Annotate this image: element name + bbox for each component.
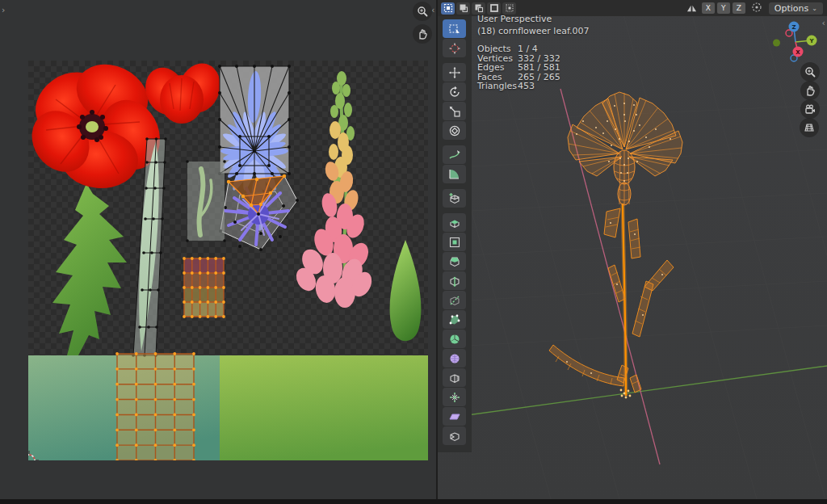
- pan-hand-icon[interactable]: [413, 24, 432, 44]
- options-button[interactable]: Options ⌄: [769, 2, 823, 15]
- zoom-icon[interactable]: [413, 2, 432, 21]
- mirror-z-button[interactable]: Z: [733, 2, 745, 14]
- tool-add-cube[interactable]: [443, 189, 466, 208]
- scene-statistics: Objects1 / 4 Vertices332 / 332 Edges581 …: [477, 44, 590, 91]
- tool-shear[interactable]: [443, 407, 466, 426]
- mirror-y-button[interactable]: Y: [717, 2, 730, 14]
- stat-label: Triangles: [477, 82, 518, 91]
- active-object-label: (18) cornfloweer leaf.007: [477, 25, 590, 37]
- tool-extrude-region[interactable]: [443, 213, 466, 232]
- navigation-gizmo[interactable]: Z Y X: [773, 19, 818, 65]
- tool-rip-region[interactable]: [443, 426, 466, 445]
- tool-scale[interactable]: [443, 102, 466, 120]
- proportional-editing-icon[interactable]: [751, 1, 762, 16]
- tool-knife[interactable]: [443, 291, 466, 309]
- texture-atlas: [28, 61, 428, 460]
- foxglove: [292, 71, 376, 308]
- tool-move[interactable]: [443, 63, 466, 82]
- leaf-strip-uv: [132, 137, 167, 357]
- tool-select-box[interactable]: [443, 19, 466, 38]
- viewport-overlay: User Perspective (18) cornfloweer leaf.0…: [477, 13, 590, 91]
- tool-transform[interactable]: [443, 121, 466, 140]
- stat-value: 1 / 4: [518, 44, 538, 54]
- stat-value: 453: [518, 82, 535, 91]
- gizmo-neg-y: [773, 40, 780, 47]
- pan-hand-icon[interactable]: [800, 81, 820, 100]
- gizmo-z-label: Z: [791, 24, 796, 31]
- tool-annotate[interactable]: [443, 145, 466, 164]
- tool-spin[interactable]: [443, 330, 466, 348]
- stat-value: 581 / 581: [518, 63, 560, 73]
- tool-smooth[interactable]: [443, 349, 466, 368]
- zoom-icon[interactable]: [800, 62, 820, 82]
- tool-edge-slide[interactable]: [443, 368, 466, 387]
- chevron-down-icon: ⌄: [812, 5, 817, 12]
- teardrop-leaf: [390, 240, 422, 341]
- stat-label: Edges: [477, 63, 518, 73]
- tool-inset-faces[interactable]: [443, 233, 466, 251]
- stat-label: Objects: [477, 44, 518, 54]
- tool-shrink-fatten[interactable]: [443, 388, 466, 406]
- jagged-leaf: [52, 183, 127, 355]
- select-mode-set-icon[interactable]: [441, 2, 455, 15]
- sidebar-expand-icon[interactable]: ›: [2, 6, 5, 15]
- leaf-vein-card: [186, 160, 226, 242]
- viewport-3d[interactable]: X Y Z Options ⌄ ‹: [438, 0, 827, 499]
- tool-loop-cut[interactable]: [443, 271, 466, 290]
- cornflower-center-uv: [219, 174, 299, 251]
- tool-cursor[interactable]: [443, 39, 466, 57]
- gizmo-x-label: X: [796, 49, 800, 56]
- view-perspective-label: User Perspective: [477, 13, 590, 25]
- camera-view-icon[interactable]: [800, 99, 820, 119]
- uv-grid-small: [183, 257, 225, 318]
- uv-grid-large: [115, 352, 195, 460]
- uv-image-editor: › ‹: [0, 0, 438, 499]
- grass-band: [28, 355, 428, 460]
- tool-poly-build[interactable]: [443, 310, 466, 329]
- window-bottom-edge: [0, 499, 827, 504]
- tool-bevel[interactable]: [443, 252, 466, 271]
- mirror-icon[interactable]: [686, 1, 698, 16]
- tool-rotate[interactable]: [443, 82, 466, 101]
- tool-measure[interactable]: [443, 165, 466, 183]
- toolbar: [443, 19, 466, 446]
- mirror-x-button[interactable]: X: [702, 2, 715, 14]
- axis-y: [438, 366, 827, 419]
- uv-canvas[interactable]: [28, 61, 428, 460]
- orthographic-grid-icon[interactable]: [800, 118, 819, 137]
- sidebar-collapse-icon[interactable]: ‹: [822, 19, 825, 27]
- gizmo-y-label: Y: [808, 38, 814, 44]
- select-mode-extend-icon[interactable]: [456, 2, 470, 15]
- poppy-small: [139, 61, 227, 124]
